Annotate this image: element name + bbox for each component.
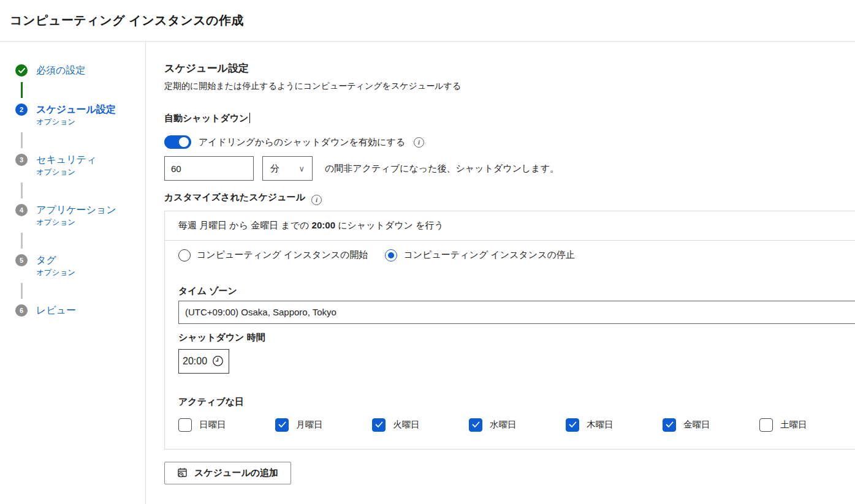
idle-suffix-text: の間非アクティブになった後、シャットダウンします。 — [325, 163, 559, 175]
stepper-item-security[interactable]: 3 セキュリティ オプション — [15, 153, 145, 178]
schedule-settings-panel: スケジュール設定 定期的に開始または停止するようにコンピューティングをスケジュー… — [146, 42, 855, 504]
custom-schedule-heading-text: カスタマイズされたスケジュール — [164, 192, 305, 202]
timezone-label: タイム ゾーン — [178, 285, 855, 297]
step-sublabel: オプション — [36, 267, 75, 278]
page-header: コンピューティング インスタンスの作成 — [0, 0, 855, 42]
step-sublabel: オプション — [36, 217, 116, 228]
radio-label: コンピューティング インスタンスの開始 — [197, 249, 368, 261]
add-schedule-button-label: スケジュールの追加 — [194, 467, 278, 479]
step-complete-check-icon — [15, 64, 28, 77]
day-checkbox-tuesday[interactable]: 火曜日 — [372, 418, 469, 432]
schedule-summary-suffix: にシャットダウン を行う — [335, 220, 444, 230]
shutdown-time-value: 20:00 — [183, 356, 207, 367]
text-caret — [249, 113, 250, 123]
toggle-knob — [179, 137, 189, 147]
timezone-value: (UTC+09:00) Osaka, Sapporo, Tokyo — [185, 307, 336, 317]
day-label: 月曜日 — [296, 419, 323, 431]
schedule-summary: 毎週 月曜日 から 金曜日 までの 20:00 にシャットダウン を行う — [165, 211, 855, 241]
page-title: コンピューティング インスタンスの作成 — [10, 12, 244, 29]
day-label: 火曜日 — [393, 419, 420, 431]
checkbox-checked-icon — [663, 418, 676, 432]
calendar-clock-icon — [177, 467, 188, 478]
wizard-stepper: 必須の設定 2 スケジュール設定 オプション 3 セキュリティ オプション — [0, 42, 146, 504]
day-label: 日曜日 — [199, 419, 226, 431]
chevron-down-icon: ∨ — [298, 164, 305, 173]
radio-selected-icon — [385, 249, 397, 261]
schedule-summary-time: 20:00 — [312, 220, 335, 230]
day-label: 水曜日 — [490, 419, 517, 431]
step-connector — [21, 132, 23, 148]
info-icon[interactable]: i — [311, 195, 322, 205]
stepper-item-applications[interactable]: 4 アプリケーション オプション — [15, 203, 145, 228]
checkbox-checked-icon — [566, 418, 579, 432]
schedule-card: 毎週 月曜日 から 金曜日 までの 20:00 にシャットダウン を行う コンピ… — [164, 211, 855, 449]
step-connector — [21, 283, 23, 299]
idle-unit-select[interactable]: 分 ∨ — [262, 156, 313, 181]
auto-shutdown-heading: 自動シャットダウン — [164, 112, 855, 124]
radio-stop-instance[interactable]: コンピューティング インスタンスの停止 — [385, 249, 574, 261]
step-number-badge: 2 — [15, 103, 28, 116]
auto-shutdown-heading-text: 自動シャットダウン — [164, 113, 248, 123]
step-number-badge: 3 — [15, 154, 28, 166]
schedule-action-radio-group: コンピューティング インスタンスの開始 コンピューティング インスタンスの停止 — [178, 249, 855, 261]
idle-shutdown-toggle[interactable] — [164, 135, 191, 149]
step-label: スケジュール設定 — [36, 103, 116, 116]
stepper-item-schedule-settings[interactable]: 2 スケジュール設定 オプション — [15, 103, 145, 127]
section-heading: スケジュール設定 — [164, 62, 855, 75]
step-label: セキュリティ — [36, 153, 96, 167]
shutdown-time-input[interactable]: 20:00 — [178, 349, 229, 374]
day-checkbox-sunday[interactable]: 日曜日 — [178, 418, 275, 432]
add-schedule-button[interactable]: スケジュールの追加 — [164, 462, 291, 484]
info-icon[interactable]: i — [414, 137, 424, 148]
timezone-select[interactable]: (UTC+09:00) Osaka, Sapporo, Tokyo — [178, 301, 855, 324]
shutdown-time-label: シャットダウン 時間 — [178, 331, 855, 344]
radio-start-instance[interactable]: コンピューティング インスタンスの開始 — [178, 249, 368, 261]
day-label: 土曜日 — [780, 419, 807, 431]
checkbox-unchecked-icon — [178, 418, 192, 432]
step-connector — [21, 182, 23, 198]
step-label: タグ — [36, 254, 75, 267]
section-subheading: 定期的に開始または停止するようにコンピューティングをスケジュールする — [164, 80, 855, 92]
radio-label: コンピューティング インスタンスの停止 — [403, 249, 574, 261]
step-label: レビュー — [36, 304, 76, 317]
idle-minutes-input[interactable] — [164, 156, 254, 181]
step-label: 必須の設定 — [36, 64, 85, 77]
checkbox-checked-icon — [372, 418, 386, 432]
step-connector — [21, 233, 23, 249]
step-sublabel: オプション — [36, 167, 96, 178]
checkbox-checked-icon — [469, 418, 482, 432]
day-label: 金曜日 — [683, 419, 710, 431]
radio-icon — [178, 249, 191, 261]
stepper-item-required-settings[interactable]: 必須の設定 — [15, 64, 145, 77]
active-days-group: 日曜日 月曜日 火曜日 水曜日 — [178, 418, 855, 432]
create-compute-instance-wizard: コンピューティング インスタンスの作成 必須の設定 2 スケジュール設定 オプシ… — [0, 0, 855, 504]
idle-shutdown-toggle-label: アイドリングからのシャットダウンを有効にする — [199, 137, 405, 148]
step-sublabel: オプション — [36, 116, 116, 127]
day-checkbox-wednesday[interactable]: 水曜日 — [469, 418, 566, 432]
stepper-item-review[interactable]: 6 レビュー — [15, 304, 145, 317]
custom-schedule-heading: カスタマイズされたスケジュールi — [164, 191, 855, 205]
day-checkbox-monday[interactable]: 月曜日 — [275, 418, 372, 432]
step-connector — [21, 82, 23, 98]
day-checkbox-saturday[interactable]: 土曜日 — [759, 418, 855, 432]
idle-unit-value: 分 — [270, 163, 279, 175]
stepper-item-tags[interactable]: 5 タグ オプション — [15, 254, 145, 278]
day-label: 木曜日 — [587, 419, 614, 431]
step-number-badge: 4 — [15, 204, 28, 216]
step-label: アプリケーション — [36, 203, 116, 217]
day-checkbox-friday[interactable]: 金曜日 — [663, 418, 759, 432]
schedule-summary-prefix: 毎週 月曜日 から 金曜日 までの — [178, 220, 312, 230]
clock-icon[interactable] — [212, 355, 224, 367]
step-number-badge: 5 — [15, 254, 28, 266]
step-number-badge: 6 — [15, 304, 28, 317]
checkbox-checked-icon — [275, 418, 289, 432]
active-days-label: アクティブな日 — [178, 396, 855, 408]
day-checkbox-thursday[interactable]: 木曜日 — [566, 418, 663, 432]
checkbox-unchecked-icon — [759, 418, 773, 432]
